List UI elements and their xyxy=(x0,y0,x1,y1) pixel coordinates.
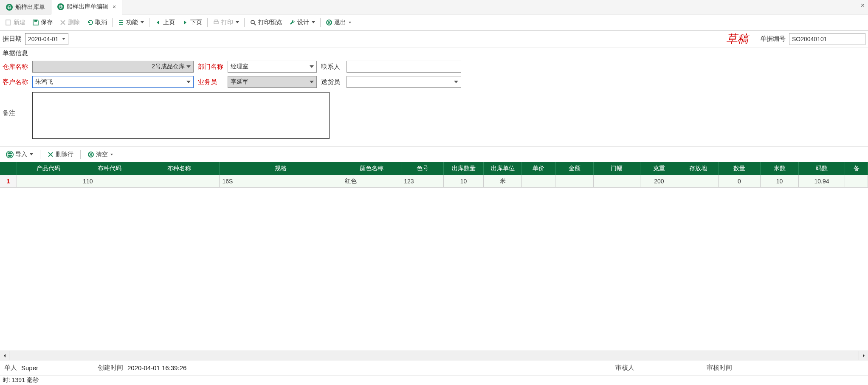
cancel-button[interactable]: 取消 xyxy=(83,17,110,28)
svg-point-13 xyxy=(251,20,254,24)
customer-select[interactable]: 朱鸿飞 xyxy=(32,76,194,88)
remark-label: 备注 xyxy=(3,92,32,117)
window-close-icon[interactable]: × xyxy=(861,2,865,9)
col-qty[interactable]: 数量 xyxy=(719,162,761,175)
clear-button[interactable]: 清空 xyxy=(84,149,116,160)
scroll-left-icon[interactable] xyxy=(0,351,9,360)
globe-icon xyxy=(6,151,14,158)
cell-amount[interactable] xyxy=(555,175,594,187)
status-badge: 草稿 xyxy=(726,31,748,46)
col-rownum[interactable] xyxy=(0,162,17,175)
cell-storage[interactable] xyxy=(678,175,719,187)
auditor-label: 审核人 xyxy=(615,364,634,372)
delete-button[interactable]: 删除 xyxy=(56,17,83,28)
cell-colorno[interactable]: 123 xyxy=(401,175,444,187)
cell-price[interactable] xyxy=(522,175,556,187)
cell-qty[interactable]: 0 xyxy=(719,175,761,187)
cell-weight[interactable]: 200 xyxy=(640,175,679,187)
preview-button[interactable]: 打印预览 xyxy=(246,17,285,28)
cell-prodcode[interactable] xyxy=(17,175,80,187)
triangle-right-icon xyxy=(182,19,189,26)
chevron-down-icon xyxy=(312,21,315,23)
tab-bar: 船样出库单 船样出库单编辑 × × xyxy=(0,0,868,14)
chevron-down-icon xyxy=(141,21,144,23)
cell-clothcode[interactable]: 110 xyxy=(80,175,139,187)
cell-outunit[interactable]: 米 xyxy=(484,175,522,187)
docno-label: 单据编号 xyxy=(760,35,786,43)
undo-icon xyxy=(87,19,93,26)
function-button[interactable]: 功能 xyxy=(114,17,147,28)
col-yard[interactable]: 码数 xyxy=(799,162,845,175)
delete-row-button[interactable]: 删除行 xyxy=(44,149,77,160)
col-prodcode[interactable]: 产品代码 xyxy=(17,162,80,175)
import-button[interactable]: 导入 xyxy=(3,149,37,160)
col-price[interactable]: 单价 xyxy=(522,162,556,175)
tab-edit[interactable]: 船样出库单编辑 × xyxy=(51,0,122,14)
separator xyxy=(207,18,208,27)
warehouse-label: 仓库名称 xyxy=(3,63,32,71)
col-amount[interactable]: 金额 xyxy=(556,162,594,175)
close-icon[interactable]: × xyxy=(113,3,116,10)
clerk-select[interactable]: 李延军 xyxy=(228,76,317,88)
table-row[interactable]: 1 110 16S 红色 123 10 米 200 0 10 10.94 xyxy=(0,175,868,188)
col-colorno[interactable]: 色号 xyxy=(401,162,444,175)
dept-select[interactable]: 经理室 xyxy=(228,61,317,73)
chevron-down-icon xyxy=(186,81,191,83)
cell-spec[interactable]: 16S xyxy=(220,175,342,187)
col-clothname[interactable]: 布种名称 xyxy=(139,162,220,175)
col-outunit[interactable]: 出库单位 xyxy=(484,162,522,175)
separator xyxy=(320,18,321,27)
date-picker[interactable]: 2020-04-01 xyxy=(25,33,68,45)
remark-textarea[interactable] xyxy=(32,92,330,139)
print-button[interactable]: 打印 xyxy=(209,17,242,28)
col-spec[interactable]: 规格 xyxy=(220,162,342,175)
col-clothcode[interactable]: 布种代码 xyxy=(80,162,139,175)
clerk-label: 业务员 xyxy=(198,78,228,86)
tab-label: 船样出库单编辑 xyxy=(67,3,108,11)
cell-clothname[interactable] xyxy=(139,175,220,187)
svg-rect-7 xyxy=(34,20,37,22)
grid-header: 产品代码 布种代码 布种名称 规格 颜色名称 色号 出库数量 出库单位 单价 金… xyxy=(0,162,868,175)
next-button[interactable]: 下页 xyxy=(178,17,206,28)
cell-outqty[interactable]: 10 xyxy=(444,175,484,187)
delivery-select[interactable] xyxy=(347,76,461,88)
separator xyxy=(112,18,113,27)
design-button[interactable]: 设计 xyxy=(285,17,318,28)
delivery-label: 送货员 xyxy=(321,78,347,86)
chevron-down-icon xyxy=(349,22,351,23)
col-width[interactable]: 门幅 xyxy=(594,162,640,175)
col-remark[interactable]: 备 xyxy=(845,162,868,175)
chevron-down-icon xyxy=(454,81,458,83)
cell-remark[interactable] xyxy=(845,175,868,187)
cell-width[interactable] xyxy=(594,175,640,187)
col-meter[interactable]: 米数 xyxy=(761,162,799,175)
scroll-right-icon[interactable] xyxy=(859,351,868,360)
data-grid: 产品代码 布种代码 布种名称 规格 颜色名称 色号 出库数量 出库单位 单价 金… xyxy=(0,162,868,360)
scroll-track[interactable] xyxy=(9,351,859,360)
cell-colorname[interactable]: 红色 xyxy=(342,175,401,187)
delete-icon xyxy=(59,19,66,26)
cell-meter[interactable]: 10 xyxy=(761,175,799,187)
timing-info: 时: 1391 毫秒 xyxy=(0,375,868,385)
docno-field[interactable]: SO20040101 xyxy=(789,33,865,45)
tab-list[interactable]: 船样出库单 xyxy=(0,0,51,14)
triangle-left-icon xyxy=(155,19,161,26)
prev-button[interactable]: 上页 xyxy=(151,17,178,28)
exit-button[interactable]: 退出 xyxy=(322,17,355,28)
save-button[interactable]: 保存 xyxy=(29,17,56,28)
chevron-down-icon xyxy=(310,81,314,83)
row-number: 1 xyxy=(0,175,17,187)
col-colorname[interactable]: 颜色名称 xyxy=(342,162,401,175)
cell-yard[interactable]: 10.94 xyxy=(799,175,845,187)
new-button[interactable]: 新建 xyxy=(2,17,29,28)
delete-icon xyxy=(47,151,54,158)
horizontal-scrollbar[interactable] xyxy=(0,351,868,360)
col-weight[interactable]: 克重 xyxy=(640,162,679,175)
separator xyxy=(149,18,149,27)
contact-input[interactable] xyxy=(347,61,461,73)
tab-label: 船样出库单 xyxy=(15,3,45,11)
warehouse-select[interactable]: 2号成品仓库 xyxy=(32,61,194,73)
col-storage[interactable]: 存放地 xyxy=(678,162,719,175)
main-toolbar: 新建 保存 删除 取消 功能 上页 下页 xyxy=(0,14,868,31)
col-outqty[interactable]: 出库数量 xyxy=(444,162,484,175)
